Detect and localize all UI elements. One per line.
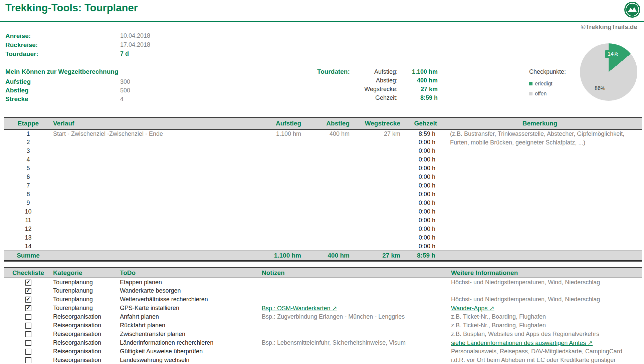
etappe-nr-cell: 2 [4,138,52,147]
info-link[interactable]: Wander-Apps ↗ [451,305,494,312]
summe-gehzeit: 8:59 h [401,251,438,261]
etappe-row: 3 0:00 h [4,147,642,155]
verlauf-cell [52,234,253,242]
rueckreise-value: 17.04.2018 [120,41,150,48]
verlauf-cell [52,199,253,208]
verlauf-cell [52,138,253,147]
checklist-row: Reiseorganisation Landeswährung wechseln… [4,356,642,364]
todo-cell: Wanderkarte besorgen [119,287,261,295]
etappe-nr-cell: 4 [4,155,52,164]
tourdaten-block: Tourdaten: Aufstieg: 1.100 hm Abstieg: 4… [317,67,438,102]
koennen-aufstieg-label: Aufstieg [5,78,120,85]
checkliste-header: Checkliste [4,268,52,278]
aufstieg-cell [253,181,302,190]
checklist-row: Reiseorganisation Zwischentransfer plane… [4,330,642,339]
checklist-row: Reiseorganisation Länderinformationen re… [4,339,642,347]
checkbox[interactable]: ✓ [25,288,31,294]
etappe-row: 14 0:00 h [4,242,642,251]
checkbox[interactable]: ✓ [25,280,31,286]
etappe-nr-cell: 9 [4,199,52,208]
abstieg-cell [302,173,351,181]
todo-cell: Rückfahrt planen [119,321,261,330]
info-text: z.B. Busplan, Websites und Apps des Regi… [451,331,599,337]
info-cell: Wander-Apps ↗ [450,304,642,313]
trip-info-block: Anreise: 10.04.2018 Rückreise: 17.04.201… [5,31,150,58]
abstieg-cell: 400 hm [302,129,351,138]
kategorie-cell: Tourenplanung [52,278,119,287]
etappe-row: 8 0:00 h [4,190,642,199]
offen-label: offen [535,91,547,97]
aufstieg-cell [253,190,302,199]
info-cell [450,287,642,295]
checkbox[interactable] [25,314,31,320]
etappe-row: 4 0:00 h [4,155,642,164]
notizen-cell [261,278,450,287]
wegstrecke-cell [351,173,401,181]
info-cell: i.d.R. vor Ort beim Abheben mit EC oder … [450,356,642,364]
gehzeit-cell: 0:00 h [401,147,438,155]
wegstrecke-header: Wegstrecke [351,117,401,129]
wegstrecke-cell [351,242,401,251]
verlauf-cell [52,208,253,216]
etappe-row: 12 0:00 h [4,225,642,234]
kategorie-cell: Reiseorganisation [52,321,119,330]
checkbox-cell: ✓ [4,278,52,287]
koennen-abstieg-row: Abstieg 500 [5,86,130,95]
todo-cell: Länderinformationen recherchieren [119,339,261,347]
kategorie-cell: Tourenplanung [52,287,119,295]
koennen-strecke-value: 4 [120,96,124,103]
verlauf-cell [52,147,253,155]
gehzeit-cell: 0:00 h [401,242,438,251]
todo-header: ToDo [119,268,261,278]
checkbox[interactable]: ✓ [25,305,31,311]
info-cell: Personalausweis, Reisepass, DAV-Mitglied… [450,347,642,356]
checkbox[interactable]: ✓ [25,297,31,303]
gehzeit-header: Gehzeit [401,117,438,129]
checklist-row: ✓ Tourenplanung Etappen planen Höchst- u… [4,278,642,287]
tourdaten-abstieg-label: Abstieg: [317,77,398,84]
kategorie-cell: Reiseorganisation [52,356,119,364]
checkbox-cell [4,313,52,321]
checkbox-cell: ✓ [4,287,52,295]
todo-cell: GPS-Karte installieren [119,304,261,313]
wegstrecke-cell [351,155,401,164]
checklist-row: ✓ Tourenplanung Wanderkarte besorgen [4,287,642,295]
checkbox[interactable] [25,357,31,363]
aufstieg-cell [253,155,302,164]
checkbox[interactable] [25,349,31,355]
tourdaten-gehzeit-row: Gehzeit: 8:59 h [317,93,438,102]
info-link[interactable]: siehe Länderinformationen des auswärtige… [451,340,593,346]
notizen-cell [261,295,450,304]
wegstrecke-cell [351,138,401,147]
notiz-link[interactable]: Bsp.: OSM-Wanderkarten ↗ [262,305,337,312]
todo-cell: Wetterverhältnisse recherchieren [119,295,261,304]
bemerkung-cell [438,173,642,181]
info-cell: z.B. Busplan, Websites und Apps des Regi… [450,330,642,339]
kategorie-cell: Reiseorganisation [52,313,119,321]
notiz-text: Bsp.: Lebensmitteleinfuhr, Sicherheitshi… [262,339,406,346]
etappe-row: 10 0:00 h [4,208,642,216]
info-cell: z.B. Ticket-Nr., Boarding, Flughafen [450,321,642,330]
gehzeit-cell: 0:00 h [401,216,438,225]
checkbox[interactable] [25,323,31,329]
summe-wegstrecke: 27 km [351,251,401,261]
info-text: Höchst- und Niedrigsttemperaturen, Wind,… [451,296,600,303]
trekkingtrails-logo-icon [624,1,641,18]
info-cell: Höchst- und Niedrigsttemperaturen, Wind,… [450,278,642,287]
todo-cell: Landeswährung wechseln [119,356,261,364]
etappe-nr-cell: 6 [4,173,52,181]
gehzeit-cell: 0:00 h [401,199,438,208]
notizen-cell: Bsp.: OSM-Wanderkarten ↗ [261,304,450,313]
koennen-abstieg-value: 500 [120,87,130,94]
wegstrecke-cell [351,225,401,234]
checkbox-cell: ✓ [4,295,52,304]
etappen-table-wrap: Etappe Verlauf Aufstieg Abstieg Wegstrec… [4,117,642,262]
etappe-header: Etappe [4,117,52,129]
aufstieg-cell [253,242,302,251]
checklist-row: Reiseorganisation Rückfahrt planen z.B. … [4,321,642,330]
aufstieg-cell [253,199,302,208]
aufstieg-cell [253,164,302,173]
abstieg-cell [302,164,351,173]
checkbox[interactable] [25,340,31,346]
checkbox[interactable] [25,331,31,337]
